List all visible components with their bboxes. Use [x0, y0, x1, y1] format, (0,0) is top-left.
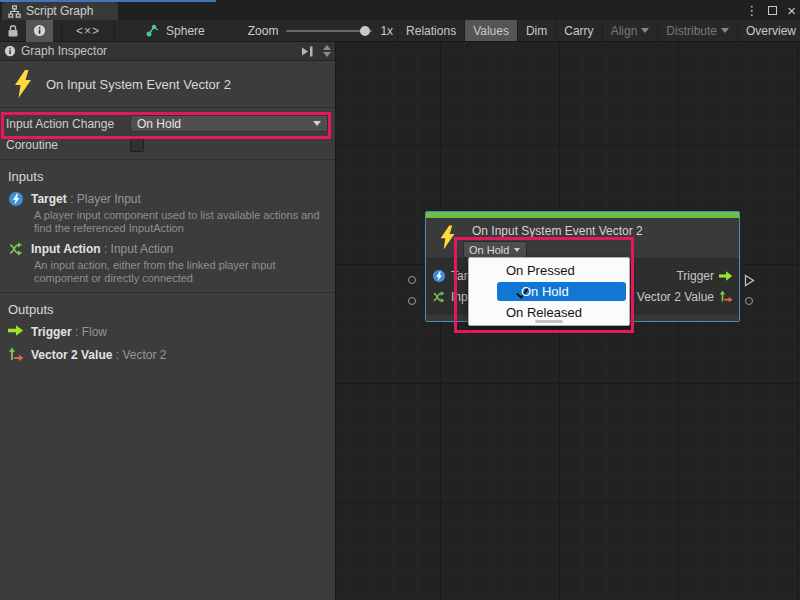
- overview-button[interactable]: Overview: [737, 20, 800, 41]
- inspector-toggle-button[interactable]: [26, 20, 53, 42]
- node-output-port-vector2[interactable]: [745, 297, 753, 305]
- input-port-input-action: Input Action : Input Action An input act…: [0, 238, 335, 288]
- graph-reference-button[interactable]: Sphere: [139, 20, 212, 42]
- input-action-icon: [8, 241, 24, 257]
- close-icon[interactable]: ×: [787, 2, 796, 19]
- menu-item-label: On Released: [506, 305, 582, 320]
- port-type: Vector 2: [122, 348, 166, 362]
- port-sep: :: [112, 348, 122, 362]
- inputs-heading: Inputs: [0, 160, 335, 188]
- node-header: On Input System Event Vector 2 On Hold: [426, 218, 739, 259]
- toggle-label: Align: [611, 24, 638, 38]
- toggle-dim[interactable]: Dim: [517, 20, 555, 41]
- toggle-label: Distribute: [666, 24, 717, 38]
- graph-inspector-header: Graph Inspector: [0, 42, 335, 61]
- selected-unit-title: On Input System Event Vector 2: [0, 61, 335, 108]
- port-type: Flow: [82, 325, 107, 339]
- flow-arrow-icon: [8, 324, 24, 340]
- toggle-label: Carry: [564, 24, 593, 38]
- node-input-port-target[interactable]: [408, 276, 416, 284]
- tab-bar: Script Graph ⋮ ×: [0, 0, 800, 20]
- node-right-port-label: Trigger: [676, 269, 714, 283]
- lock-icon: [7, 24, 19, 38]
- toggle-label: Relations: [406, 24, 456, 38]
- port-name: Target: [31, 192, 67, 206]
- action-change-context-menu: On Pressed On Hold On Released: [468, 257, 630, 326]
- zoom-slider[interactable]: [286, 30, 372, 32]
- toggle-carry[interactable]: Carry: [555, 20, 601, 41]
- dropdown-value: On Hold: [469, 244, 509, 256]
- port-type: Player Input: [77, 192, 141, 206]
- port-description: A player input component used to list av…: [8, 207, 326, 238]
- graph-toolbar: <×> Sphere Zoom 1x Relations Values Dim …: [0, 20, 800, 42]
- port-name: Vector 2 Value: [31, 348, 112, 362]
- port-sep: :: [67, 192, 77, 206]
- port-description: An input action, either from the linked …: [8, 257, 308, 288]
- align-menu-button[interactable]: Align: [602, 20, 658, 41]
- toggle-relations[interactable]: Relations: [397, 20, 464, 41]
- field-label-coroutine: Coroutine: [6, 138, 130, 152]
- info-icon: [33, 24, 46, 37]
- window-menu-icon[interactable]: ⋮: [745, 3, 758, 18]
- unit-title-text: On Input System Event Vector 2: [46, 77, 231, 92]
- chevron-down-icon: [641, 28, 649, 33]
- maximize-icon[interactable]: [768, 6, 777, 15]
- node-action-change-dropdown[interactable]: On Hold: [463, 241, 527, 258]
- port-name: Trigger: [31, 325, 72, 339]
- input-action-icon: [432, 290, 446, 304]
- chevron-down-icon: [514, 248, 520, 252]
- menu-item-label: On Pressed: [506, 263, 575, 278]
- info-icon: [4, 45, 16, 57]
- output-port-vector2: Vector 2 Value : Vector 2: [0, 344, 335, 363]
- lightning-bolt-icon: [12, 69, 34, 99]
- chevron-down-icon: [313, 121, 321, 126]
- code-view-button[interactable]: <×>: [62, 20, 114, 42]
- coroutine-checkbox[interactable]: [130, 138, 144, 152]
- node-right-port-label: Vector 2 Value: [637, 290, 714, 304]
- menu-item-on-pressed[interactable]: On Pressed: [469, 260, 629, 281]
- graph-reference-label: Sphere: [166, 24, 205, 38]
- output-port-trigger: Trigger : Flow: [0, 321, 335, 344]
- script-graph-icon: [8, 5, 21, 18]
- node-output-port-trigger[interactable]: [744, 273, 755, 291]
- graph-node-icon: [146, 24, 160, 37]
- dock-panel-icon[interactable]: [300, 45, 314, 58]
- menu-item-label: On Hold: [521, 284, 569, 299]
- chevron-down-icon: [721, 28, 729, 33]
- code-icon: <×>: [76, 24, 100, 38]
- unity-visual-scripting-window: Script Graph ⋮ × <×>: [0, 0, 800, 600]
- toggle-label: Dim: [526, 24, 547, 38]
- toggle-values[interactable]: Values: [464, 20, 517, 41]
- inspector-title: Graph Inspector: [21, 44, 107, 58]
- flow-arrow-icon: [719, 269, 733, 283]
- node-input-port-input-action[interactable]: [408, 297, 416, 305]
- zoom-slider-handle[interactable]: [360, 26, 370, 36]
- zoom-label: Zoom: [244, 24, 283, 38]
- scroll-spinner[interactable]: [323, 45, 331, 57]
- lock-button[interactable]: [0, 20, 26, 42]
- input-port-target: Target : Player Input A player input com…: [0, 188, 335, 238]
- outputs-heading: Outputs: [0, 293, 335, 321]
- zoom-value: 1x: [376, 24, 397, 38]
- port-sep: :: [72, 325, 82, 339]
- dropdown-value: On Hold: [137, 117, 181, 131]
- field-label-input-action-change: Input Action Change: [6, 117, 130, 131]
- player-input-icon: [8, 191, 24, 207]
- menu-scroll-handle: [535, 320, 563, 323]
- lightning-bolt-icon: [438, 224, 457, 251]
- port-type: Input Action: [111, 242, 174, 256]
- input-action-change-dropdown[interactable]: On Hold: [130, 115, 328, 132]
- port-sep: :: [101, 242, 111, 256]
- distribute-menu-button[interactable]: Distribute: [657, 20, 737, 41]
- vector2-icon: [719, 290, 733, 304]
- menu-item-on-hold[interactable]: On Hold: [469, 281, 629, 302]
- menu-item-on-released[interactable]: On Released: [469, 302, 629, 323]
- toggle-label: Values: [473, 24, 509, 38]
- toggle-label: Overview: [746, 24, 796, 38]
- vector2-icon: [8, 347, 24, 363]
- node-title: On Input System Event Vector 2: [472, 224, 643, 238]
- graph-inspector-panel: Graph Inspector On Input System Event Ve…: [0, 42, 336, 600]
- tab-script-graph[interactable]: Script Graph: [2, 2, 118, 20]
- player-input-icon: [432, 269, 446, 283]
- port-name: Input Action: [31, 242, 101, 256]
